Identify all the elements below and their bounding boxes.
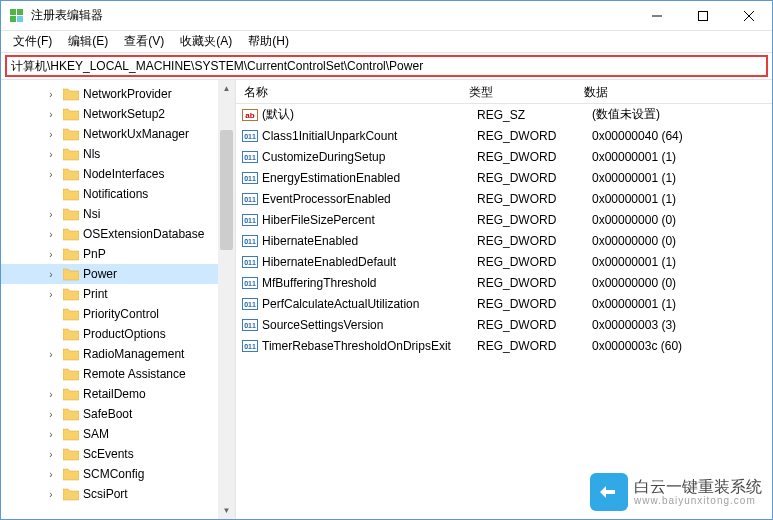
close-button[interactable] — [726, 1, 772, 30]
minimize-button[interactable] — [634, 1, 680, 30]
tree-expander-icon[interactable]: › — [43, 229, 59, 240]
value-row[interactable]: 011TimerRebaseThresholdOnDripsExitREG_DW… — [236, 335, 772, 356]
tree-expander-icon[interactable]: › — [43, 129, 59, 140]
tree-item-scevents[interactable]: ›ScEvents — [1, 444, 235, 464]
value-type: REG_DWORD — [477, 297, 592, 311]
value-data: 0x00000000 (0) — [592, 276, 772, 290]
value-row[interactable]: 011SourceSettingsVersionREG_DWORD0x00000… — [236, 314, 772, 335]
menu-edit[interactable]: 编辑(E) — [60, 31, 116, 52]
tree-item-nodeinterfaces[interactable]: ›NodeInterfaces — [1, 164, 235, 184]
main-area: ›NetworkProvider›NetworkSetup2›NetworkUx… — [1, 79, 772, 519]
tree-item-scsiport[interactable]: ›ScsiPort — [1, 484, 235, 504]
tree-expander-icon[interactable]: › — [43, 349, 59, 360]
value-data: 0x00000000 (0) — [592, 234, 772, 248]
tree-expander-icon[interactable]: › — [43, 389, 59, 400]
value-row[interactable]: 011EventProcessorEnabledREG_DWORD0x00000… — [236, 188, 772, 209]
tree-item-networkprovider[interactable]: ›NetworkProvider — [1, 84, 235, 104]
scroll-down-button[interactable]: ▼ — [218, 502, 235, 519]
value-row[interactable]: 011HiberFileSizePercentREG_DWORD0x000000… — [236, 209, 772, 230]
scroll-up-button[interactable]: ▲ — [218, 80, 235, 97]
tree-expander-icon[interactable]: › — [43, 289, 59, 300]
watermark-url: www.baiyunxitong.com — [634, 495, 762, 506]
value-row[interactable]: 011HibernateEnabledDefaultREG_DWORD0x000… — [236, 251, 772, 272]
tree-expander-icon[interactable]: › — [43, 449, 59, 460]
address-bar[interactable]: 计算机\HKEY_LOCAL_MACHINE\SYSTEM\CurrentCon… — [5, 55, 768, 77]
value-data: (数值未设置) — [592, 106, 772, 123]
tree-item-sam[interactable]: ›SAM — [1, 424, 235, 444]
tree-expander-icon[interactable]: › — [43, 209, 59, 220]
svg-text:011: 011 — [244, 301, 256, 308]
tree-item-prioritycontrol[interactable]: PriorityControl — [1, 304, 235, 324]
tree-item-print[interactable]: ›Print — [1, 284, 235, 304]
tree-scrollbar[interactable]: ▲ ▼ — [218, 80, 235, 519]
tree-item-nsi[interactable]: ›Nsi — [1, 204, 235, 224]
tree-label: SAM — [83, 427, 109, 441]
menubar: 文件(F) 编辑(E) 查看(V) 收藏夹(A) 帮助(H) — [1, 31, 772, 53]
value-data: 0x0000003c (60) — [592, 339, 772, 353]
value-data: 0x00000040 (64) — [592, 129, 772, 143]
value-row[interactable]: 011PerfCalculateActualUtilizationREG_DWO… — [236, 293, 772, 314]
tree-item-remote-assistance[interactable]: Remote Assistance — [1, 364, 235, 384]
value-row[interactable]: 011CustomizeDuringSetupREG_DWORD0x000000… — [236, 146, 772, 167]
value-name: PerfCalculateActualUtilization — [262, 297, 477, 311]
value-name: CustomizeDuringSetup — [262, 150, 477, 164]
tree-expander-icon[interactable]: › — [43, 109, 59, 120]
tree-expander-icon[interactable]: › — [43, 89, 59, 100]
tree-item-power[interactable]: ›Power — [1, 264, 235, 284]
tree-item-radiomanagement[interactable]: ›RadioManagement — [1, 344, 235, 364]
tree-item-osextensiondatabase[interactable]: ›OSExtensionDatabase — [1, 224, 235, 244]
column-header-name[interactable]: 名称 — [236, 80, 461, 103]
tree-label: Power — [83, 267, 117, 281]
value-type: REG_DWORD — [477, 129, 592, 143]
value-row[interactable]: 011HibernateEnabledREG_DWORD0x00000000 (… — [236, 230, 772, 251]
tree-label: RetailDemo — [83, 387, 146, 401]
menu-file[interactable]: 文件(F) — [5, 31, 60, 52]
tree-item-pnp[interactable]: ›PnP — [1, 244, 235, 264]
menu-view[interactable]: 查看(V) — [116, 31, 172, 52]
tree-expander-icon[interactable]: › — [43, 149, 59, 160]
tree-label: PriorityControl — [83, 307, 159, 321]
column-header-type[interactable]: 类型 — [461, 80, 576, 103]
list-pane: 名称 类型 数据 ab(默认)REG_SZ(数值未设置)011Class1Ini… — [236, 80, 772, 519]
tree-item-scmconfig[interactable]: ›SCMConfig — [1, 464, 235, 484]
value-row[interactable]: 011Class1InitialUnparkCountREG_DWORD0x00… — [236, 125, 772, 146]
scroll-thumb[interactable] — [220, 130, 233, 250]
tree-expander-icon[interactable]: › — [43, 269, 59, 280]
svg-text:011: 011 — [244, 154, 256, 161]
tree-expander-icon[interactable]: › — [43, 169, 59, 180]
tree-item-notifications[interactable]: Notifications — [1, 184, 235, 204]
tree-label: OSExtensionDatabase — [83, 227, 204, 241]
tree-item-nls[interactable]: ›Nls — [1, 144, 235, 164]
tree-expander-icon[interactable]: › — [43, 409, 59, 420]
menu-favorites[interactable]: 收藏夹(A) — [172, 31, 240, 52]
tree-item-retaildemo[interactable]: ›RetailDemo — [1, 384, 235, 404]
tree-label: ProductOptions — [83, 327, 166, 341]
watermark-text: 白云一键重装系统 — [634, 478, 762, 496]
value-name: MfBufferingThreshold — [262, 276, 477, 290]
value-name: Class1InitialUnparkCount — [262, 129, 477, 143]
tree-item-safeboot[interactable]: ›SafeBoot — [1, 404, 235, 424]
column-header-data[interactable]: 数据 — [576, 80, 772, 103]
tree-expander-icon[interactable]: › — [43, 489, 59, 500]
tree-expander-icon[interactable]: › — [43, 249, 59, 260]
app-title: 注册表编辑器 — [31, 7, 634, 24]
tree-item-networkuxmanager[interactable]: ›NetworkUxManager — [1, 124, 235, 144]
menu-help[interactable]: 帮助(H) — [240, 31, 297, 52]
tree-expander-icon[interactable]: › — [43, 429, 59, 440]
value-row[interactable]: 011EnergyEstimationEnabledREG_DWORD0x000… — [236, 167, 772, 188]
tree-label: Notifications — [83, 187, 148, 201]
value-row[interactable]: ab(默认)REG_SZ(数值未设置) — [236, 104, 772, 125]
value-type: REG_DWORD — [477, 150, 592, 164]
svg-rect-3 — [17, 16, 23, 22]
tree-expander-icon[interactable]: › — [43, 469, 59, 480]
value-name: HibernateEnabled — [262, 234, 477, 248]
maximize-button[interactable] — [680, 1, 726, 30]
tree-label: PnP — [83, 247, 106, 261]
value-row[interactable]: 011MfBufferingThresholdREG_DWORD0x000000… — [236, 272, 772, 293]
svg-text:011: 011 — [244, 175, 256, 182]
tree-item-networksetup2[interactable]: ›NetworkSetup2 — [1, 104, 235, 124]
value-name: (默认) — [262, 106, 477, 123]
value-data: 0x00000003 (3) — [592, 318, 772, 332]
tree-item-productoptions[interactable]: ProductOptions — [1, 324, 235, 344]
svg-rect-0 — [10, 9, 16, 15]
